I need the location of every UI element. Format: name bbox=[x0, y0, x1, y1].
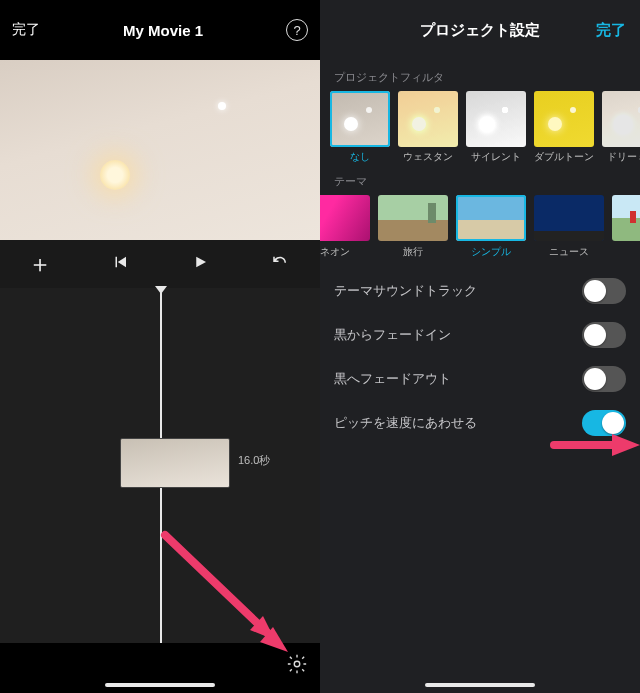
project-title: My Movie 1 bbox=[123, 22, 203, 39]
theme-swatch bbox=[612, 195, 640, 241]
done-button-left[interactable]: 完了 bbox=[12, 21, 40, 39]
setting-row: 黒へフェードアウト bbox=[320, 357, 640, 401]
theme-people[interactable] bbox=[612, 195, 640, 259]
theme-travel[interactable]: 旅行 bbox=[378, 195, 448, 259]
setting-label: 黒へフェードアウト bbox=[334, 370, 451, 388]
gear-icon[interactable] bbox=[286, 653, 308, 675]
theme-neon[interactable]: ネオン bbox=[320, 195, 370, 259]
setting-label: ピッチを速度にあわせる bbox=[334, 414, 477, 432]
editor-bottom-bar bbox=[0, 643, 320, 693]
help-icon[interactable]: ? bbox=[286, 19, 308, 41]
toggle-knob bbox=[584, 280, 606, 302]
filter-label: ウェスタン bbox=[398, 151, 458, 164]
theme-label: ネオン bbox=[320, 246, 370, 259]
play-button[interactable] bbox=[185, 253, 215, 275]
filter-swatch bbox=[398, 91, 458, 147]
settings-header: プロジェクト設定 完了 bbox=[320, 0, 640, 60]
filter-western[interactable]: ウェスタン bbox=[398, 91, 458, 164]
timeline-clip[interactable] bbox=[120, 438, 230, 488]
toggle-knob bbox=[584, 324, 606, 346]
setting-toggle[interactable] bbox=[582, 366, 626, 392]
settings-list: テーマサウンドトラック黒からフェードイン黒へフェードアウトピッチを速度にあわせる bbox=[320, 269, 640, 445]
theme-swatch bbox=[534, 195, 604, 241]
filter-swatch bbox=[602, 91, 640, 147]
section-themes-label: テーマ bbox=[320, 164, 640, 195]
video-preview[interactable] bbox=[0, 60, 320, 240]
theme-swatch bbox=[378, 195, 448, 241]
project-settings-screen: プロジェクト設定 完了 プロジェクトフィルタ なしウェスタンサイレントダブルトー… bbox=[320, 0, 640, 693]
settings-title: プロジェクト設定 bbox=[420, 21, 540, 40]
setting-label: 黒からフェードイン bbox=[334, 326, 451, 344]
skip-start-button[interactable] bbox=[105, 253, 135, 275]
editor-screen: 完了 My Movie 1 ? ＋ 16.0秒 bbox=[0, 0, 320, 693]
add-media-button[interactable]: ＋ bbox=[25, 248, 55, 280]
theme-label: ニュース bbox=[534, 246, 604, 259]
clip-duration-label: 16.0秒 bbox=[238, 453, 270, 468]
theme-label: 旅行 bbox=[378, 246, 448, 259]
theme-swatch bbox=[320, 195, 370, 241]
theme-news[interactable]: ニュース bbox=[534, 195, 604, 259]
home-indicator[interactable] bbox=[425, 683, 535, 687]
theme-simple[interactable]: シンプル bbox=[456, 195, 526, 259]
filters-strip[interactable]: なしウェスタンサイレントダブルトーンドリーミー bbox=[320, 91, 640, 164]
setting-row: テーマサウンドトラック bbox=[320, 269, 640, 313]
setting-row: ピッチを速度にあわせる bbox=[320, 401, 640, 445]
filter-label: サイレント bbox=[466, 151, 526, 164]
done-button-right[interactable]: 完了 bbox=[596, 21, 626, 40]
themes-strip[interactable]: ネオン旅行シンプルニュース bbox=[320, 195, 640, 259]
setting-label: テーマサウンドトラック bbox=[334, 282, 477, 300]
setting-toggle[interactable] bbox=[582, 410, 626, 436]
filter-swatch bbox=[466, 91, 526, 147]
home-indicator[interactable] bbox=[105, 683, 215, 687]
filter-dreamy[interactable]: ドリーミー bbox=[602, 91, 640, 164]
filter-swatch bbox=[330, 91, 390, 147]
editor-header: 完了 My Movie 1 ? bbox=[0, 0, 320, 60]
theme-label: シンプル bbox=[456, 246, 526, 259]
svg-point-0 bbox=[294, 661, 300, 667]
preview-light-small bbox=[218, 102, 226, 110]
timeline[interactable]: 16.0秒 bbox=[0, 288, 320, 643]
filter-none[interactable]: なし bbox=[330, 91, 390, 164]
undo-button[interactable] bbox=[265, 253, 295, 275]
filter-duo[interactable]: ダブルトーン bbox=[534, 91, 594, 164]
section-filters-label: プロジェクトフィルタ bbox=[320, 60, 640, 91]
filter-silent[interactable]: サイレント bbox=[466, 91, 526, 164]
preview-light bbox=[100, 160, 130, 190]
filter-label: なし bbox=[330, 151, 390, 164]
setting-toggle[interactable] bbox=[582, 278, 626, 304]
theme-swatch bbox=[456, 195, 526, 241]
setting-toggle[interactable] bbox=[582, 322, 626, 348]
toggle-knob bbox=[602, 412, 624, 434]
setting-row: 黒からフェードイン bbox=[320, 313, 640, 357]
filter-label: ダブルトーン bbox=[534, 151, 594, 164]
filter-swatch bbox=[534, 91, 594, 147]
filter-label: ドリーミー bbox=[602, 151, 640, 164]
toggle-knob bbox=[584, 368, 606, 390]
transport-bar: ＋ bbox=[0, 240, 320, 288]
